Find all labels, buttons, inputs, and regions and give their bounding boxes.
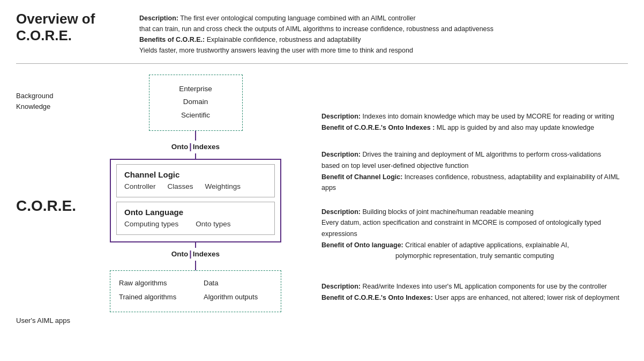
connector-line-top (195, 131, 196, 141)
desc-onto-idx-bot-line1: Description: Read/write Indexes into use… (321, 281, 628, 292)
channel-logic-sub: Controller Classes Weightings (124, 182, 267, 190)
channel-logic-box: Channel Logic Controller Classes Weighti… (116, 164, 275, 197)
desc-cl-line1: Description: Drives the training and dep… (321, 149, 628, 160)
onto-language-title: Onto Language (124, 208, 267, 217)
desc-onto-indexes-top: Description: Indexes into domain knowled… (321, 111, 628, 133)
desc-onto-indexes-bottom: Description: Read/write Indexes into use… (321, 281, 628, 303)
desc-line2: that can train, run and cross check the … (139, 24, 493, 34)
desc-channel-logic: Description: Drives the training and dep… (321, 149, 628, 194)
right-column: Description: Indexes into domain knowled… (305, 75, 628, 303)
connector-line-mid1 (195, 153, 196, 159)
pipe-bottom: | (188, 250, 192, 259)
desc-onto-idx-bot-line2: Benefit of C.O.R.E.'s Onto Indexes: User… (321, 292, 628, 304)
benefits-line2: Yields faster, more trustworthy answers … (139, 45, 493, 56)
desc-ol-benefit-line2: polymorphic representation, truly semant… (321, 251, 628, 262)
desc-ol-line2: Every datum, action specification and co… (321, 217, 628, 239)
users-aiml-label: User's AIML apps (16, 315, 70, 326)
labels-column: Background Knowledge C.O.R.E. User's AIM… (16, 75, 86, 326)
desc-onto-idx-top-line1: Description: Indexes into domain knowled… (321, 111, 628, 122)
desc-cl-line2: based on top level user-defined objectiv… (321, 160, 628, 172)
main-content: Background Knowledge C.O.R.E. User's AIM… (16, 75, 628, 326)
channel-logic-title: Channel Logic (124, 170, 267, 179)
onto-label-top: Onto (171, 143, 189, 151)
user-aiml-grid: Raw algorithms Data Trained algorithms A… (119, 277, 272, 303)
diagram-column: Enterprise Domain Scientific Onto | Inde… (86, 75, 305, 326)
connector-line-mid2 (195, 242, 196, 248)
indexes-label-top: Indexes (193, 143, 220, 151)
connector-line-bottom (195, 261, 196, 270)
core-label: C.O.R.E. (16, 197, 76, 215)
left-column: Background Knowledge C.O.R.E. User's AIM… (16, 75, 305, 326)
desc-line1: Description: The first ever ontological … (139, 13, 493, 24)
onto-label-bottom: Onto (171, 251, 189, 258)
page-title: Overview of C.O.R.E. (16, 11, 123, 44)
indexes-label-bottom: Indexes (193, 251, 220, 258)
desc-ol-benefit-line1: Benefit of Onto language: Critical enabl… (321, 240, 628, 251)
header-description: Description: The first ever ontological … (139, 11, 493, 56)
background-knowledge-label: Background Knowledge (16, 91, 53, 112)
onto-indexes-top-row: Onto | Indexes (171, 141, 220, 153)
desc-cl-benefit: Benefit of Channel Logic: Increases conf… (321, 172, 628, 194)
onto-indexes-bottom-row: Onto | Indexes (171, 248, 220, 261)
onto-language-box: Onto Language Computing types Onto types (116, 202, 275, 235)
header: Overview of C.O.R.E. Description: The fi… (16, 11, 628, 64)
benefits-line1: Benefits of C.O.R.E.: Explainable confid… (139, 34, 493, 45)
onto-language-sub: Computing types Onto types (124, 220, 267, 228)
page: Overview of C.O.R.E. Description: The fi… (0, 0, 644, 361)
core-box: Channel Logic Controller Classes Weighti… (110, 159, 281, 242)
desc-onto-language: Description: Building blocks of joint ma… (321, 207, 628, 262)
user-aiml-box: Raw algorithms Data Trained algorithms A… (110, 270, 281, 312)
desc-onto-idx-top-line2: Benefit of C.O.R.E.'s Onto Indexes : ML … (321, 122, 628, 134)
pipe-top: | (188, 143, 192, 151)
diagram-wrapper: Enterprise Domain Scientific Onto | Inde… (110, 75, 281, 312)
desc-ol-line1: Description: Building blocks of joint ma… (321, 207, 628, 218)
enterprise-box: Enterprise Domain Scientific (149, 75, 243, 131)
